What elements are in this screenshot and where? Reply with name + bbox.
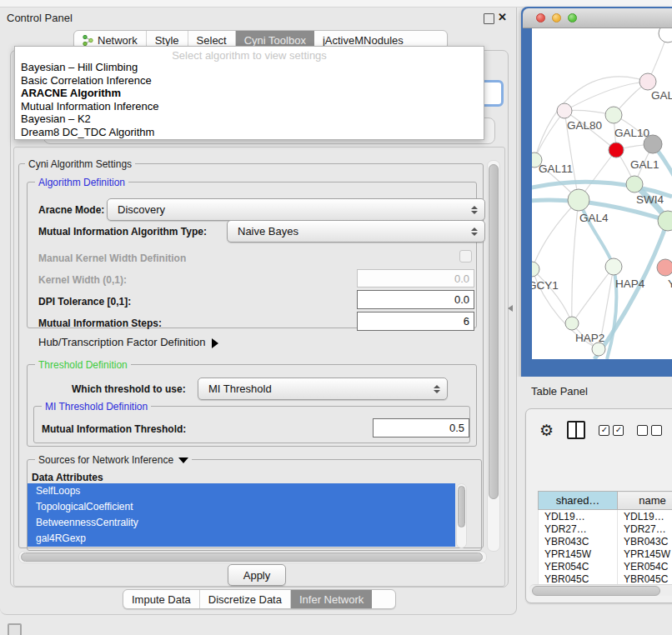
bottom-tab-discretize-data[interactable]: Discretize Data xyxy=(200,590,291,608)
network-node-gal4[interactable] xyxy=(568,189,589,211)
table-row[interactable]: YDL19…YDL19…13 xyxy=(539,510,672,523)
network-edge-thick[interactable] xyxy=(594,221,668,359)
network-edge[interactable] xyxy=(564,82,648,111)
split-view-icon[interactable] xyxy=(567,421,585,439)
settings-vscrollbar-thumb[interactable] xyxy=(489,164,499,499)
network-node-gal80[interactable] xyxy=(557,103,572,118)
column-header-name[interactable]: name xyxy=(618,492,672,510)
minimized-panel-icon[interactable] xyxy=(8,623,22,635)
combo-spinner-icon xyxy=(434,385,440,393)
table-hscrollbar[interactable] xyxy=(529,584,672,596)
network-edge[interactable] xyxy=(532,200,579,269)
network-node-gcy1[interactable] xyxy=(532,262,539,277)
sources-legend[interactable]: Sources for Network Inference xyxy=(35,454,192,466)
network-edge-thick[interactable] xyxy=(579,200,614,267)
table-panel-title: Table Panel xyxy=(531,385,588,398)
table-hscrollbar-thumb[interactable] xyxy=(532,586,660,596)
cyni-settings-legend: Cyni Algorithm Settings xyxy=(25,158,135,170)
network-window-titlebar[interactable] xyxy=(523,8,672,28)
network-canvas[interactable]: GALGAL80GAL10GAL1GAL11SWI4GAL4GCY1HAP4YH… xyxy=(532,28,672,359)
table-cell[interactable]: YER054C xyxy=(618,560,672,572)
which-threshold-value: MI Threshold xyxy=(208,382,272,395)
table-row[interactable]: YDR27…YDR27…12 xyxy=(539,522,672,535)
expand-right-icon xyxy=(212,338,218,348)
settings-hscrollbar-thumb[interactable] xyxy=(21,552,483,562)
table-cell[interactable]: YDR27… xyxy=(618,522,672,535)
algorithm-option-bayesian-k2[interactable]: Bayesian – K2 xyxy=(15,112,484,126)
network-node-y[interactable] xyxy=(657,259,672,276)
close-traffic-light-icon[interactable] xyxy=(536,13,545,22)
close-icon[interactable]: ✕ xyxy=(498,11,507,23)
network-node-gal1[interactable] xyxy=(609,142,624,158)
mi-type-label: Mutual Information Algorithm Type: xyxy=(38,226,207,238)
table-row[interactable]: YBR043CYBR043C xyxy=(539,535,672,548)
network-node-gal[interactable] xyxy=(639,73,656,90)
table-cell[interactable]: YDL19… xyxy=(539,510,618,523)
node-attribute-table[interactable]: shared…name YDL19…YDL19…13YDR27…YDR27…12… xyxy=(538,491,672,584)
tab-label: jActiveMNodules xyxy=(323,34,404,47)
table-cell[interactable]: YDR27… xyxy=(539,522,618,535)
network-edge[interactable] xyxy=(572,267,614,323)
table-cell[interactable]: YPR145W xyxy=(618,548,672,560)
splitter-collapse-icon[interactable] xyxy=(508,305,513,312)
network-node[interactable] xyxy=(644,135,662,153)
mi-threshold-field[interactable] xyxy=(373,418,469,438)
algorithm-option-bayesian-hill-climbing[interactable]: Bayesian – Hill Climbing xyxy=(15,61,484,74)
table-cell[interactable]: YBR045C xyxy=(618,572,672,584)
table-cell[interactable]: YBR043C xyxy=(618,535,672,548)
column-header-shared[interactable]: shared… xyxy=(539,492,618,510)
settings-hscrollbar[interactable] xyxy=(18,551,487,563)
network-graph[interactable]: GALGAL80GAL10GAL1GAL11SWI4GAL4GCY1HAP4YH… xyxy=(532,28,672,359)
kernel-width-field[interactable] xyxy=(357,269,474,288)
data-attribute-item-gal4rgexp[interactable]: gal4RGexp xyxy=(28,531,455,547)
network-edge[interactable] xyxy=(532,269,572,323)
mi-type-combo[interactable]: Naive Bayes xyxy=(227,220,485,242)
table-clip: shared…name YDL19…YDL19…13YDR27…YDR27…12… xyxy=(532,450,672,584)
algorithm-option-basic-correlation-inference[interactable]: Basic Correlation Inference xyxy=(15,74,484,88)
data-attribute-item-betweennesscentrality[interactable]: BetweennessCentrality xyxy=(28,515,455,531)
zoom-traffic-light-icon[interactable] xyxy=(568,13,577,22)
data-attributes-label: Data Attributes xyxy=(32,472,103,483)
minimize-traffic-light-icon[interactable] xyxy=(552,13,561,22)
algorithm-option-dream8-dc-tdc-algorithm[interactable]: Dream8 DC_TDC Algorithm xyxy=(15,126,484,139)
data-attribute-item-selfloops[interactable]: SelfLoops xyxy=(28,483,455,499)
which-threshold-combo[interactable]: MI Threshold xyxy=(198,378,448,400)
aracne-mode-combo[interactable]: Discovery xyxy=(107,198,485,221)
attributes-vscrollbar[interactable] xyxy=(456,483,467,548)
network-node[interactable] xyxy=(659,28,672,42)
bottom-tab-impute-data[interactable]: Impute Data xyxy=(123,590,200,608)
bottom-tab-infer-network[interactable]: Infer Network xyxy=(291,590,372,608)
dpi-tolerance-field[interactable] xyxy=(357,290,474,309)
network-edge[interactable] xyxy=(572,200,579,323)
network-node[interactable] xyxy=(592,342,605,356)
mi-steps-field[interactable] xyxy=(357,312,474,331)
table-row[interactable]: YER054CYER054C8. xyxy=(539,560,672,572)
table-row[interactable]: YBR045CYBR045C9. xyxy=(539,572,672,584)
apply-button[interactable]: Apply xyxy=(228,564,286,586)
network-node-hap2[interactable] xyxy=(565,317,579,330)
node-label-gal80: GAL80 xyxy=(567,119,602,132)
gear-icon[interactable]: ⚙ xyxy=(539,422,554,438)
select-all-columns-icon[interactable]: ✓✓ xyxy=(599,425,624,436)
attributes-vscrollbar-thumb[interactable] xyxy=(458,486,465,528)
network-node-swi4[interactable] xyxy=(626,176,643,192)
table-cell[interactable]: YPR145W xyxy=(539,548,618,560)
hub-definition-toggle[interactable]: Hub/Transcription Factor Definition xyxy=(38,336,218,348)
table-cell[interactable]: YDL19… xyxy=(618,510,672,523)
table-cell[interactable]: YBR043C xyxy=(539,535,618,548)
data-attribute-item-topologicalcoefficient[interactable]: TopologicalCoefficient xyxy=(28,499,455,515)
table-row[interactable]: YPR145WYPR145W9. xyxy=(539,548,672,560)
algorithm-option-aracne-algorithm[interactable]: ARACNE Algorithm xyxy=(15,87,484,100)
network-node-gal10[interactable] xyxy=(605,107,622,123)
manual-kernel-checkbox[interactable] xyxy=(459,250,472,262)
float-window-icon[interactable] xyxy=(484,13,494,24)
algorithm-option-mutual-information-inference[interactable]: Mutual Information Inference xyxy=(15,100,484,113)
network-edge[interactable] xyxy=(534,77,648,160)
network-edge[interactable] xyxy=(534,111,564,160)
table-header-row: shared…name xyxy=(539,492,672,510)
table-cell[interactable]: YER054C xyxy=(539,560,618,572)
settings-vscrollbar[interactable] xyxy=(487,160,500,552)
network-node-hap4[interactable] xyxy=(605,258,622,275)
deselect-all-columns-icon[interactable] xyxy=(637,425,662,436)
table-cell[interactable]: YBR045C xyxy=(539,572,618,584)
